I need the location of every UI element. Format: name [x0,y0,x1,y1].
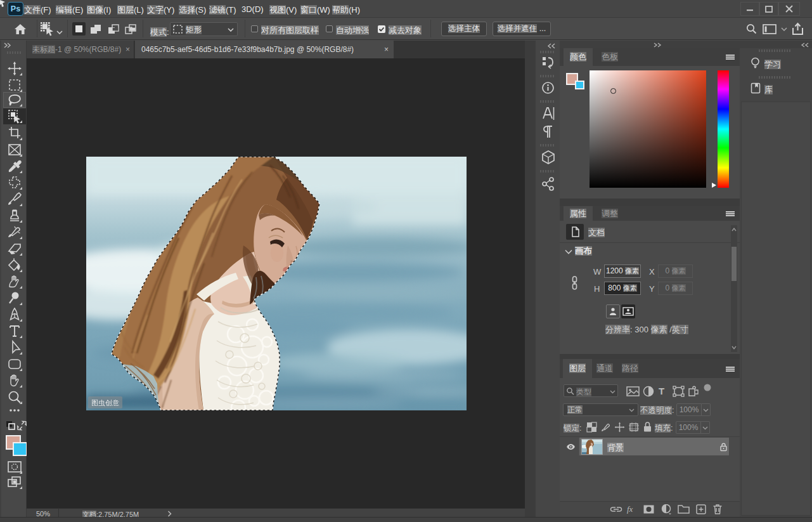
svg-text:图虫创意: 图虫创意 [91,399,119,407]
